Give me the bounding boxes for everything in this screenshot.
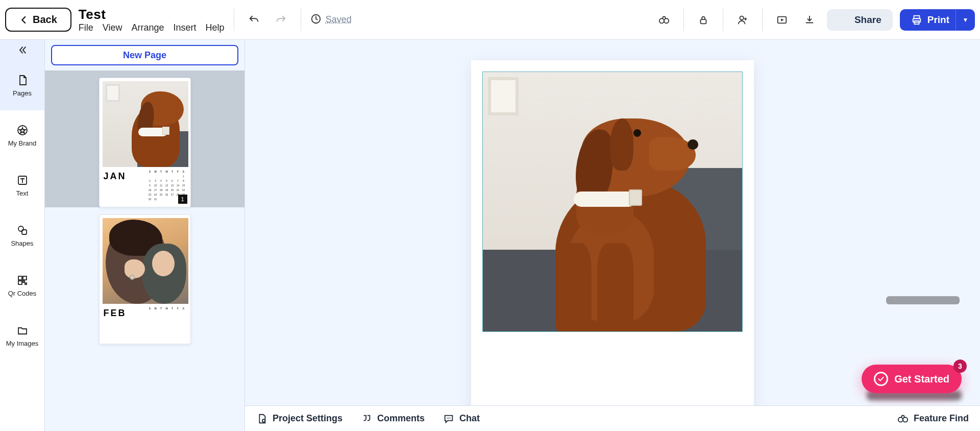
workspace: Pages My Brand Text Shapes Qr Codes My I… bbox=[0, 40, 980, 431]
get-started-badge: 3 bbox=[953, 360, 967, 373]
print-dropdown[interactable]: ▼ bbox=[955, 9, 975, 31]
canvas-area: Get Started 3 Project Settings Comments … bbox=[245, 40, 980, 431]
rail-text[interactable]: Text bbox=[0, 160, 44, 210]
pages-panel: New Page JAN SMTWTFS12345678910111213141… bbox=[45, 40, 245, 431]
chat-button[interactable]: Chat bbox=[443, 413, 480, 424]
share-label: Share bbox=[854, 14, 881, 26]
menu-arrange[interactable]: Arrange bbox=[132, 22, 164, 33]
project-settings-button[interactable]: Project Settings bbox=[256, 413, 342, 424]
saved-status[interactable]: Saved bbox=[310, 13, 352, 27]
chevron-left-icon bbox=[19, 15, 29, 25]
user-plus-icon bbox=[737, 14, 748, 26]
divider bbox=[301, 9, 301, 31]
rail-my-images[interactable]: My Images bbox=[0, 310, 44, 361]
top-bar: Back Test File View Arrange Insert Help … bbox=[0, 0, 980, 40]
zoom-control-shadow bbox=[886, 296, 960, 304]
lock-button[interactable] bbox=[693, 10, 714, 30]
history-icon bbox=[310, 13, 322, 27]
saved-label: Saved bbox=[326, 14, 352, 25]
thumb-calendar-grid: SMTWTFS bbox=[148, 307, 186, 311]
project-title[interactable]: Test bbox=[79, 7, 225, 22]
chat-icon bbox=[443, 413, 454, 424]
rail-my-brand[interactable]: My Brand bbox=[0, 110, 44, 160]
menu-insert[interactable]: Insert bbox=[174, 22, 197, 33]
collaborators-button[interactable] bbox=[732, 10, 753, 30]
divider bbox=[723, 9, 723, 31]
divider bbox=[683, 9, 684, 31]
rail-pages[interactable]: Pages bbox=[0, 60, 44, 110]
chevrons-left-icon bbox=[17, 45, 28, 55]
svg-rect-13 bbox=[18, 276, 22, 280]
star-badge-icon bbox=[16, 124, 29, 136]
present-button[interactable] bbox=[772, 10, 792, 30]
svg-point-11 bbox=[18, 226, 23, 231]
svg-point-18 bbox=[262, 419, 265, 422]
undo-button[interactable] bbox=[243, 10, 264, 30]
send-icon bbox=[838, 14, 849, 26]
svg-rect-15 bbox=[18, 281, 22, 284]
print-group: Print ▼ bbox=[900, 9, 975, 31]
svg-point-22 bbox=[898, 417, 903, 422]
svg-point-21 bbox=[450, 417, 451, 418]
folder-icon bbox=[16, 324, 29, 337]
document-gear-icon bbox=[256, 413, 267, 424]
play-icon bbox=[776, 14, 788, 26]
page-icon bbox=[16, 74, 29, 86]
checkmark-icon bbox=[874, 372, 888, 386]
share-button[interactable]: Share bbox=[827, 9, 893, 31]
selected-image-frame[interactable] bbox=[482, 71, 743, 332]
svg-rect-14 bbox=[23, 276, 27, 280]
download-icon bbox=[804, 14, 815, 26]
shapes-icon bbox=[16, 224, 29, 236]
back-button[interactable]: Back bbox=[5, 8, 71, 32]
print-button[interactable]: Print bbox=[900, 9, 961, 31]
svg-point-20 bbox=[448, 417, 449, 418]
new-page-button[interactable]: New Page bbox=[51, 45, 238, 65]
back-label: Back bbox=[33, 14, 57, 26]
thumb-image bbox=[103, 218, 188, 304]
get-started-label: Get Started bbox=[894, 373, 949, 385]
rail-qr-codes[interactable]: Qr Codes bbox=[0, 260, 44, 310]
svg-point-19 bbox=[447, 417, 448, 418]
page-thumb-1[interactable]: JAN SMTWTFS12345678910111213141516171819… bbox=[45, 70, 244, 207]
printer-icon bbox=[911, 14, 922, 26]
svg-rect-16 bbox=[23, 281, 24, 282]
thumb-page-number: 1 bbox=[178, 195, 187, 204]
svg-point-23 bbox=[903, 417, 908, 422]
footer-bar: Project Settings Comments Chat Feature F… bbox=[245, 405, 980, 431]
redo-button bbox=[271, 10, 291, 30]
comments-button[interactable]: Comments bbox=[361, 413, 425, 424]
svg-rect-17 bbox=[25, 283, 27, 284]
divider bbox=[234, 9, 234, 31]
svg-rect-3 bbox=[700, 19, 706, 23]
quote-icon bbox=[361, 413, 372, 424]
title-block: Test File View Arrange Insert Help bbox=[79, 7, 225, 33]
editor-page[interactable] bbox=[471, 60, 754, 431]
text-icon bbox=[16, 174, 29, 186]
svg-point-2 bbox=[664, 18, 669, 23]
pages-thumb-list[interactable]: JAN SMTWTFS12345678910111213141516171819… bbox=[45, 70, 244, 431]
get-started-button[interactable]: Get Started 3 bbox=[862, 365, 962, 393]
svg-point-1 bbox=[659, 18, 664, 23]
menu-help[interactable]: Help bbox=[206, 22, 225, 33]
print-label: Print bbox=[927, 14, 949, 26]
collapse-rail-button[interactable] bbox=[0, 40, 44, 60]
download-button[interactable] bbox=[799, 10, 820, 30]
binoculars-icon bbox=[897, 413, 909, 424]
svg-point-4 bbox=[740, 16, 743, 19]
divider bbox=[762, 9, 763, 31]
menu-view[interactable]: View bbox=[103, 22, 122, 33]
menu-bar: File View Arrange Insert Help bbox=[79, 22, 225, 33]
qr-icon bbox=[16, 274, 29, 286]
menu-file[interactable]: File bbox=[79, 22, 93, 33]
rail-shapes[interactable]: Shapes bbox=[0, 210, 44, 260]
binoculars-icon bbox=[658, 14, 670, 26]
page-thumb-2[interactable]: FEB SMTWTFS bbox=[45, 207, 244, 344]
tool-rail: Pages My Brand Text Shapes Qr Codes My I… bbox=[0, 40, 45, 431]
lock-icon bbox=[698, 14, 709, 26]
view-mode-icon[interactable] bbox=[654, 10, 674, 30]
image-content bbox=[483, 72, 742, 331]
feature-find-button[interactable]: Feature Find bbox=[897, 413, 969, 424]
thumb-image bbox=[103, 81, 188, 167]
